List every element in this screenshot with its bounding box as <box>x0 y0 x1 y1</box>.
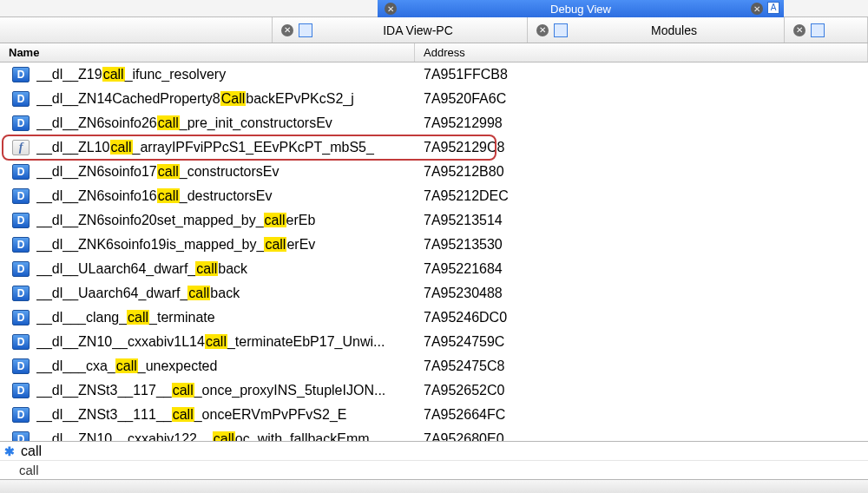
tab-label: IDA View-PC <box>318 23 518 37</box>
table-row[interactable]: D__dl__Uaarch64_dwarf_callback7A95230488 <box>0 281 868 306</box>
table-row[interactable]: D__dl__ZNK6soinfo19is_mapped_by_callerEv… <box>0 233 868 257</box>
table-row[interactable]: D__dl___clang_call_terminate7A95246DC0 <box>0 306 868 330</box>
symbol-name: __dl__Z19call_ifunc_resolvery <box>36 67 417 82</box>
data-icon: D <box>12 115 30 131</box>
table-row[interactable]: D__dl__ZNSt3__117__call_once_proxyINS_5t… <box>0 378 868 403</box>
close-icon[interactable]: ✕ <box>751 3 763 15</box>
symbol-name: __dl__ZN14CachedProperty8CallbackEPvPKcS… <box>36 91 417 107</box>
top-tabstrip: ✕ Debug View ✕ A <box>0 0 868 17</box>
symbol-address: 7A95212B80 <box>417 164 868 180</box>
table-row[interactable]: D__dl__ULaarch64_dwarf_callback7A9522168… <box>0 257 868 281</box>
view-tabs: ✕ IDA View-PC ✕ Modules ✕ <box>0 17 868 43</box>
modules-icon <box>554 23 568 37</box>
symbol-address: 7A95213514 <box>417 213 868 228</box>
table-row[interactable]: f__dl__ZL10call_arrayIPFviPPcS1_EEvPKcPT… <box>0 135 868 160</box>
table-row[interactable]: D__dl__ZN14CachedProperty8CallbackEPvPKc… <box>0 87 868 111</box>
filter-bar: ✱ call <box>0 441 868 479</box>
tab-extra[interactable]: ✕ <box>785 17 868 43</box>
data-icon: D <box>12 407 30 423</box>
symbol-address: 7A952475C8 <box>417 358 868 374</box>
data-icon: D <box>12 383 30 398</box>
symbol-name: __dl__ZN6soinfo26call_pre_init_construct… <box>36 115 417 131</box>
close-icon[interactable]: ✕ <box>793 24 806 36</box>
data-icon: D <box>12 237 30 253</box>
symbol-list[interactable]: D__dl__Z19call_ifunc_resolvery7A951FFCB8… <box>0 62 868 441</box>
symbol-name: __dl__ZN10__cxxabiv122__calloc_with_fall… <box>36 431 417 441</box>
symbol-address: 7A95221684 <box>417 261 868 277</box>
symbol-name: __dl___clang_call_terminate <box>36 310 417 325</box>
table-row[interactable]: D__dl__Z19call_ifunc_resolvery7A951FFCB8 <box>0 62 868 87</box>
function-icon: f <box>12 140 30 155</box>
symbol-name: __dl__ZNSt3__117__call_once_proxyINS_5tu… <box>36 383 417 398</box>
status-strip <box>0 479 868 493</box>
symbol-name: __dl__ZN10__cxxabiv1L14call_terminateEbP… <box>36 334 417 350</box>
debug-view-tab[interactable]: ✕ Debug View ✕ A <box>378 0 784 17</box>
symbol-address: 7A9524759C <box>417 334 868 350</box>
table-row[interactable]: D__dl__ZN6soinfo20set_mapped_by_callerEb… <box>0 208 868 233</box>
symbol-name: __dl__ZN6soinfo17call_constructorsEv <box>36 164 417 180</box>
symbol-name: __dl__ZNK6soinfo19is_mapped_by_callerEv <box>36 237 417 253</box>
close-icon[interactable]: ✕ <box>385 3 397 15</box>
column-name[interactable]: Name <box>0 43 415 62</box>
panel-icon[interactable]: A <box>767 2 779 14</box>
tab-ida-view[interactable]: ✕ IDA View-PC <box>273 17 528 43</box>
data-icon: D <box>12 67 30 82</box>
symbol-name: __dl__ZNSt3__111__call_onceERVmPvPFvS2_E <box>36 407 417 423</box>
symbol-name: __dl__ULaarch64_dwarf_callback <box>36 261 417 277</box>
tab-modules[interactable]: ✕ Modules <box>528 17 785 43</box>
symbol-address: 7A95212998 <box>417 115 868 131</box>
tabstrip-spacer <box>0 17 273 43</box>
table-header: Name Address <box>0 43 868 62</box>
data-icon: D <box>12 188 30 204</box>
table-row[interactable]: D__dl___cxa_call_unexpected7A952475C8 <box>0 354 868 378</box>
table-row[interactable]: D__dl__ZN10__cxxabiv1L14call_terminateEb… <box>0 330 868 354</box>
symbol-name: __dl__ZL10call_arrayIPFviPPcS1_EEvPKcPT_… <box>36 140 417 155</box>
close-icon[interactable]: ✕ <box>281 24 293 36</box>
symbol-address: 7A95213530 <box>417 237 868 253</box>
symbol-address: 7A952664FC <box>417 407 868 423</box>
symbol-address: 7A952652C0 <box>417 383 868 398</box>
data-icon: D <box>12 431 30 441</box>
data-icon: D <box>12 261 30 277</box>
table-row[interactable]: D__dl__ZNSt3__111__call_onceERVmPvPFvS2_… <box>0 403 868 427</box>
table-row[interactable]: D__dl__ZN6soinfo17call_constructorsEv7A9… <box>0 160 868 184</box>
filter-hint: call <box>0 461 868 479</box>
tab-label: Modules <box>573 23 775 37</box>
table-row[interactable]: D__dl__ZN10__cxxabiv122__calloc_with_fal… <box>0 427 868 441</box>
close-icon[interactable]: ✕ <box>536 24 549 36</box>
view-icon <box>811 23 825 37</box>
data-icon: D <box>12 334 30 350</box>
symbol-name: __dl__Uaarch64_dwarf_callback <box>36 286 417 301</box>
symbol-address: 7A952129C8 <box>417 140 868 155</box>
column-address[interactable]: Address <box>415 43 868 62</box>
symbol-name: __dl__ZN6soinfo16call_destructorsEv <box>36 188 417 204</box>
symbol-address: 7A95230488 <box>417 286 868 301</box>
table-row[interactable]: D__dl__ZN6soinfo26call_pre_init_construc… <box>0 111 868 135</box>
symbol-address: 7A9520FA6C <box>417 91 868 107</box>
table-row[interactable]: D__dl__ZN6soinfo16call_destructorsEv7A95… <box>0 184 868 208</box>
data-icon: D <box>12 358 30 374</box>
symbol-name: __dl___cxa_call_unexpected <box>36 358 417 374</box>
symbol-address: 7A952680E0 <box>417 431 868 441</box>
data-icon: D <box>12 91 30 107</box>
data-icon: D <box>12 213 30 228</box>
symbol-address: 7A95212DEC <box>417 188 868 204</box>
data-icon: D <box>12 310 30 325</box>
filter-input[interactable] <box>21 443 868 460</box>
symbol-name: __dl__ZN6soinfo20set_mapped_by_callerEb <box>36 213 417 228</box>
debug-view-title: Debug View <box>550 3 611 16</box>
clear-filter-icon[interactable]: ✱ <box>3 445 16 457</box>
view-icon <box>299 23 312 37</box>
data-icon: D <box>12 286 30 301</box>
data-icon: D <box>12 164 30 180</box>
symbol-address: 7A95246DC0 <box>417 310 868 325</box>
symbol-address: 7A951FFCB8 <box>417 67 868 82</box>
